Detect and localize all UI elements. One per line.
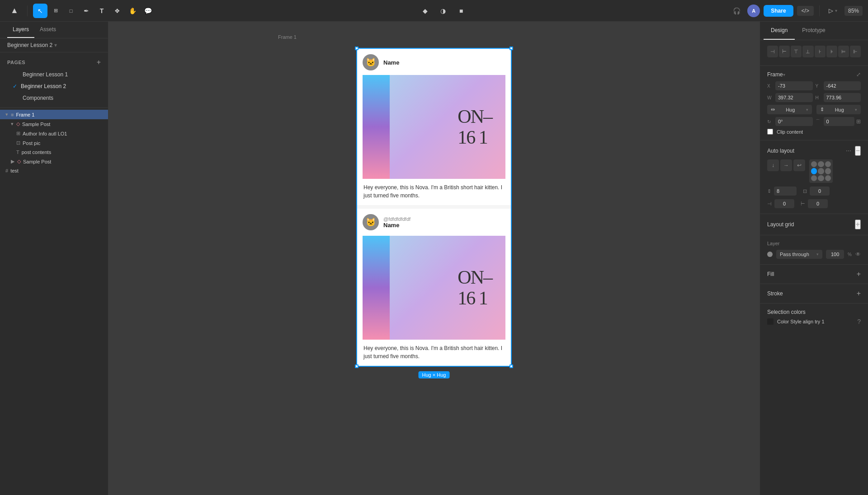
right-panel-tabs: Design Prototype (760, 22, 868, 40)
frame-label: Frame 1 (278, 34, 297, 40)
visibility-toggle-button[interactable]: 👁 (855, 251, 861, 257)
selection-colors-section: Selection colors Color Style align try 1… (760, 304, 868, 331)
align-bottom-button[interactable]: ⊧ (826, 46, 837, 57)
frame-tool-button[interactable]: ⊞ (48, 4, 63, 18)
text-tool-button[interactable]: T (94, 4, 109, 18)
align-top-button[interactable]: ⊥ (802, 46, 813, 57)
layout-grid-add-button[interactable]: + (855, 219, 861, 229)
opacity-input[interactable] (826, 250, 844, 259)
plugins-button[interactable]: ◆ (418, 4, 432, 18)
align-left-button[interactable]: ⊣ (767, 46, 778, 57)
tab-prototype[interactable]: Prototype (795, 22, 832, 40)
toolbar: ▲ ↖ ⊞ □ ✒ T ❖ ✋ 💬 ◆ ◑ ■ 🎧 A Share </> ▷ … (0, 0, 868, 22)
component-tool-button[interactable]: ❖ (110, 4, 124, 18)
radius-expand-icon[interactable]: ⊞ (856, 118, 861, 125)
al-wrap-btn[interactable]: ↩ (793, 159, 805, 171)
distribute-h-button[interactable]: ⊨ (838, 46, 849, 57)
auto-layout-remove-icon[interactable]: − (855, 146, 861, 156)
help-button[interactable]: 🎧 (729, 4, 744, 18)
w-group: W (767, 93, 813, 102)
blend-mode-dropdown[interactable]: Pass through ▾ (776, 250, 822, 259)
layer-author-info[interactable]: ⊞ Author Info autl LO1 (0, 129, 108, 138)
clip-content-checkbox[interactable] (767, 129, 773, 135)
layer-label-sample-post2: Sample Post (23, 159, 51, 164)
post-image-bar-2 (363, 236, 390, 340)
hug-y-dropdown[interactable]: ⇕ Hug ▾ (816, 105, 861, 114)
comment-tool-button[interactable]: 💬 (141, 4, 155, 18)
align-right-button[interactable]: ⊤ (791, 46, 802, 57)
post-card-1: 🐱 Name ON–16 1 Hey everyone, this is Nov… (357, 49, 511, 205)
color-swatch[interactable] (767, 318, 774, 325)
rotation-input[interactable] (775, 117, 813, 126)
h-input[interactable] (824, 93, 861, 102)
main-area: Layers Assets Beginner Lesson 2 ▾ Pages … (0, 22, 868, 495)
spacing-input[interactable] (774, 187, 797, 196)
avatar-button[interactable]: A (747, 5, 760, 17)
pages-header: Pages + (0, 56, 108, 69)
h-group: H (816, 93, 861, 102)
main-menu-button[interactable]: ▲ (7, 4, 22, 18)
theme-button[interactable]: ◑ (436, 4, 450, 18)
padding-input[interactable] (810, 187, 830, 196)
hug-x-dropdown[interactable]: ⇔ Hug ▾ (767, 105, 812, 114)
page-item-lesson1[interactable]: Beginner Lesson 1 (0, 69, 108, 80)
layer-frame1[interactable]: ▾ ≡ Frame 1 (0, 110, 108, 119)
layer-section: Layer Pass through ▾ % 👁 (760, 235, 868, 265)
align-center-h-button[interactable]: ⊢ (779, 46, 790, 57)
radius-input[interactable] (824, 117, 855, 126)
frame-expand-icon[interactable]: ▾ (783, 72, 785, 77)
layer-post-pic[interactable]: ⊡ Post pic (0, 138, 108, 148)
page-label-lesson1: Beginner Lesson 1 (23, 71, 68, 78)
add-page-button[interactable]: + (97, 59, 101, 66)
x-input[interactable] (775, 81, 813, 90)
pad-right-input[interactable] (808, 199, 828, 208)
move-tool-button[interactable]: ↖ (33, 4, 47, 18)
auto-layout-section: Auto layout ⋯ − ↓ → ↩ (760, 140, 868, 214)
post-text-1: Hey everyone, this is Nova. I'm a Britis… (363, 183, 505, 200)
layer-label-sample-post1: Sample Post (22, 121, 50, 127)
auto-layout-more-icon[interactable]: ⋯ (846, 148, 851, 154)
al-dot-9 (825, 175, 831, 181)
stroke-title: Stroke (767, 290, 783, 297)
design-frame: 🐱 Name ON–16 1 Hey everyone, this is Nov… (357, 49, 511, 366)
distribute-v-button[interactable]: ⊩ (850, 46, 861, 57)
tab-assets[interactable]: Assets (34, 22, 61, 38)
page-item-components[interactable]: Components (0, 92, 108, 104)
hug-x-arrow-icon: ▾ (806, 107, 808, 112)
y-input[interactable] (824, 81, 861, 90)
pad-left-input[interactable] (774, 199, 794, 208)
hand-tool-button[interactable]: ✋ (125, 4, 140, 18)
layer-test[interactable]: # test (0, 166, 108, 175)
auto-layout-controls: ⋯ − (846, 146, 861, 156)
pen-tool-button[interactable]: ✒ (79, 4, 94, 18)
frame-resize-icon[interactable]: ⤢ (856, 71, 861, 78)
zoom-level[interactable]: 85% (844, 6, 863, 16)
al-dot-4 (811, 168, 817, 174)
al-down-btn[interactable]: ↓ (767, 159, 779, 171)
post-name-2: Name (383, 222, 410, 229)
layer-post-contents[interactable]: T post contents (0, 148, 108, 157)
layer-sample-post-2[interactable]: ▶ ◇ Sample Post (0, 157, 108, 166)
code-button[interactable]: </> (797, 6, 814, 16)
canvas[interactable]: Frame 1 🐱 Name ON–16 1 (108, 22, 760, 495)
align-center-v-button[interactable]: ⊦ (815, 46, 826, 57)
breadcrumb: Beginner Lesson 2 ▾ (0, 38, 108, 52)
shape-tool-button[interactable]: □ (64, 4, 78, 18)
auto-layout-direction-row: ↓ → ↩ (767, 159, 861, 183)
share-button[interactable]: Share (764, 5, 793, 17)
selection-color-row: Color Style align try 1 ? (767, 318, 861, 325)
fill-button[interactable]: ■ (454, 4, 468, 18)
blend-mode-arrow-icon: ▾ (816, 252, 819, 257)
tab-design[interactable]: Design (764, 22, 795, 40)
layer-sample-post-1[interactable]: ▾ ◇ Sample Post (0, 119, 108, 129)
layer-label-test: test (10, 168, 19, 173)
tab-layers[interactable]: Layers (7, 22, 34, 38)
al-right-btn[interactable]: → (780, 159, 792, 171)
w-input[interactable] (775, 93, 813, 102)
play-button[interactable]: ▷ ▾ (825, 5, 841, 16)
color-help-button[interactable]: ? (857, 318, 861, 325)
pad-right-icon: ⊢ (801, 201, 805, 207)
page-item-lesson2[interactable]: ✓ Beginner Lesson 2 (0, 80, 108, 92)
stroke-add-button[interactable]: + (857, 290, 861, 298)
fill-add-button[interactable]: + (857, 270, 861, 278)
